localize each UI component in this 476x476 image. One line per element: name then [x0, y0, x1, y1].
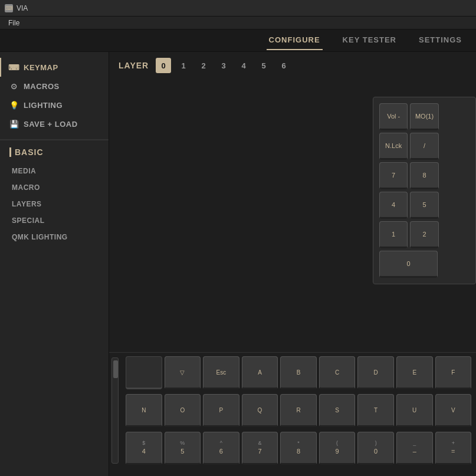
save-icon: 💾: [9, 119, 19, 129]
numpad-row-2: N.Lck / *: [379, 133, 470, 160]
layer-label: LAYER: [119, 61, 149, 70]
bulb-icon: 💡: [9, 100, 19, 110]
key-s[interactable]: S: [319, 394, 356, 427]
key-triangle[interactable]: ▽: [165, 356, 201, 389]
sidebar: ⌨ KEYMAP ⊙ MACROS 💡 LIGHTING 💾 SAVE + LO…: [0, 52, 109, 476]
key-1[interactable]: 1: [379, 221, 408, 248]
category-qmk-lighting[interactable]: QMK LIGHTING: [0, 229, 109, 245]
key-rows-container: ▽ Esc A B C D E F N O P Q: [123, 356, 474, 465]
key-t[interactable]: T: [357, 394, 394, 427]
layer-btn-1[interactable]: 1: [176, 58, 191, 73]
category-media[interactable]: MEDIA: [0, 163, 109, 179]
key-8[interactable]: 8: [410, 162, 438, 189]
sidebar-save-load-label: SAVE + LOAD: [24, 120, 78, 129]
key-percent-5[interactable]: % 5: [165, 432, 201, 465]
key-v[interactable]: V: [435, 394, 472, 427]
key-mo1[interactable]: MO(1): [410, 103, 438, 130]
key-7[interactable]: 7: [379, 162, 408, 189]
numpad-row-1: Vol - MO(1) Vol +: [379, 103, 470, 130]
key-o[interactable]: O: [165, 394, 201, 427]
scrollbar[interactable]: [111, 357, 119, 464]
category-macro[interactable]: MACRO: [0, 179, 109, 196]
keyboard-area: Vol - MO(1) Vol + N.Lck / * 7 8 9: [109, 79, 476, 352]
key-d[interactable]: D: [357, 356, 394, 389]
key-u[interactable]: U: [396, 394, 433, 427]
numpad-display: Vol - MO(1) Vol + N.Lck / * 7 8 9: [373, 97, 476, 284]
key-a[interactable]: A: [242, 356, 278, 389]
key-2[interactable]: 2: [410, 221, 438, 248]
key-f[interactable]: F: [435, 356, 472, 389]
title-bar: ⌨ VIA: [0, 0, 476, 17]
category-layers[interactable]: LAYERS: [0, 196, 109, 212]
file-menu[interactable]: File: [5, 18, 23, 28]
sidebar-lighting-label: LIGHTING: [24, 101, 63, 110]
numpad-row-4: 4 5 6: [379, 192, 470, 219]
key-nlck[interactable]: N.Lck: [379, 133, 408, 160]
key-panel-header: ▽ Esc A B C D E F N O P Q: [109, 353, 476, 466]
layer-btn-4[interactable]: 4: [236, 58, 251, 73]
key-slash[interactable]: /: [410, 133, 438, 160]
tab-configure[interactable]: CONFIGURE: [267, 31, 323, 50]
key-esc[interactable]: Esc: [203, 356, 239, 389]
key-star-8[interactable]: * 8: [280, 432, 317, 465]
numpad-row-5: 1 2 3: [379, 221, 470, 248]
layer-btn-6[interactable]: 6: [276, 58, 291, 73]
key-0[interactable]: 0: [379, 251, 438, 278]
key-n[interactable]: N: [126, 394, 162, 427]
app-icon: ⌨: [5, 4, 13, 12]
key-plus-equals[interactable]: + =: [435, 432, 472, 465]
key-dollar-4[interactable]: $ 4: [126, 432, 162, 465]
menu-bar: File: [0, 17, 476, 29]
sidebar-item-lighting[interactable]: 💡 LIGHTING: [0, 96, 109, 114]
content-area: LAYER 0 1 2 3 4 5 6 Vol - MO(1) Vol + N.…: [109, 52, 476, 476]
key-rparen-0[interactable]: ) 0: [357, 432, 394, 465]
basic-label: BASIC: [15, 147, 44, 157]
sidebar-keymap-label: KEYMAP: [24, 63, 58, 72]
numpad-row-6: 0 .: [379, 251, 470, 278]
layer-btn-2[interactable]: 2: [196, 58, 211, 73]
sidebar-macros-label: MACROS: [24, 82, 60, 91]
sidebar-item-save-load[interactable]: 💾 SAVE + LOAD: [0, 114, 109, 133]
category-header: BASIC: [0, 140, 109, 160]
key-lparen-9[interactable]: ( 9: [319, 432, 356, 465]
key-amp-7[interactable]: & 7: [242, 432, 278, 465]
key-5[interactable]: 5: [410, 192, 438, 219]
key-row-2: N O P Q R S T U V: [123, 394, 474, 427]
key-panel: ▽ Esc A B C D E F N O P Q: [109, 352, 476, 476]
sidebar-item-keymap[interactable]: ⌨ KEYMAP: [0, 58, 109, 77]
numpad-row-3: 7 8 9: [379, 162, 470, 189]
key-p[interactable]: P: [203, 394, 239, 427]
key-caret-6[interactable]: ^ 6: [203, 432, 239, 465]
main-area: ⌨ KEYMAP ⊙ MACROS 💡 LIGHTING 💾 SAVE + LO…: [0, 52, 476, 476]
tab-key-tester[interactable]: KEY TESTER: [340, 31, 399, 50]
tab-settings[interactable]: SETTINGS: [416, 31, 464, 50]
scrollbar-thumb[interactable]: [113, 360, 118, 378]
key-row-1: ▽ Esc A B C D E F: [123, 356, 474, 389]
sidebar-top-section: ⌨ KEYMAP ⊙ MACROS 💡 LIGHTING 💾 SAVE + LO…: [0, 52, 109, 140]
key-r[interactable]: R: [280, 394, 317, 427]
sidebar-item-macros[interactable]: ⊙ MACROS: [0, 77, 109, 96]
key-q[interactable]: Q: [242, 394, 278, 427]
layer-bar: LAYER 0 1 2 3 4 5 6: [109, 52, 476, 79]
category-title: BASIC: [9, 147, 99, 157]
key-underscore-minus[interactable]: _ –: [396, 432, 433, 465]
key-b[interactable]: B: [280, 356, 317, 389]
key-row-3: $ 4 % 5 ^ 6 & 7: [123, 432, 474, 465]
circle-icon: ⊙: [9, 81, 19, 91]
key-4[interactable]: 4: [379, 192, 408, 219]
category-list: MEDIA MACRO LAYERS SPECIAL QMK LIGHTING: [0, 160, 109, 476]
key-vol-minus[interactable]: Vol -: [379, 103, 408, 130]
top-nav: CONFIGURE KEY TESTER SETTINGS: [0, 29, 476, 52]
key-e[interactable]: E: [396, 356, 433, 389]
bottom-category-panel: BASIC MEDIA MACRO LAYERS SPECIAL QMK LIG…: [0, 140, 109, 476]
category-special[interactable]: SPECIAL: [0, 212, 109, 229]
layer-btn-5[interactable]: 5: [256, 58, 271, 73]
layer-btn-0[interactable]: 0: [156, 58, 171, 73]
app-title: VIA: [17, 4, 28, 12]
layer-btn-3[interactable]: 3: [216, 58, 231, 73]
keyboard-icon: ⌨: [9, 63, 19, 72]
key-empty: [126, 356, 162, 389]
key-c[interactable]: C: [319, 356, 356, 389]
